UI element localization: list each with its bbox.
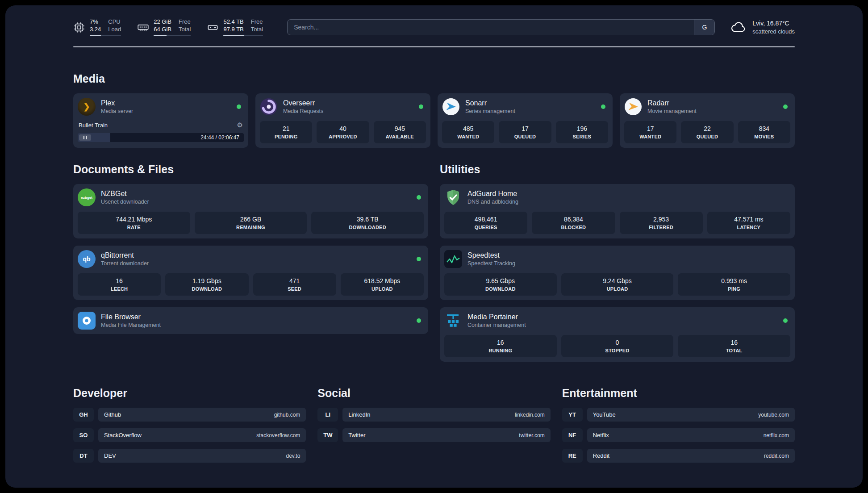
stat-tile: 47.571 msLATENCY — [707, 212, 790, 234]
stat-tile: 834MOVIES — [738, 121, 790, 143]
stat-value: 471 — [256, 277, 334, 284]
stat-value: 86,384 — [534, 216, 612, 223]
status-dot — [783, 318, 788, 323]
social-bookmarks: LILinkedInlinkedin.comTWTwittertwitter.c… — [317, 408, 550, 442]
entertainment-column: Entertainment YTYouTubeyoutube.comNFNetf… — [562, 387, 795, 463]
bookmark-link[interactable]: LinkedInlinkedin.com — [342, 408, 550, 422]
stat-label: TOTAL — [680, 348, 788, 353]
bookmark-url: stackoverflow.com — [256, 432, 300, 439]
bookmark-row[interactable]: RERedditreddit.com — [562, 449, 795, 463]
bookmark-row[interactable]: YTYouTubeyoutube.com — [562, 408, 795, 422]
service-link-filebrowser[interactable]: File Browser Media File Management — [78, 312, 424, 330]
bookmark-link[interactable]: Redditreddit.com — [587, 449, 795, 463]
stat-value: 39.6 TB — [314, 216, 421, 223]
ram-labels: Free Total — [179, 18, 191, 33]
playback-progress-bar[interactable]: 24:44 / 02:06:47 — [78, 133, 244, 142]
bookmark-name: DEV — [104, 452, 116, 459]
sonarr-stats: 485WANTED17QUEUED196SERIES — [442, 121, 608, 143]
ram-values: 22 GiB 64 GiB — [154, 18, 171, 33]
stat-value: 21 — [263, 125, 309, 132]
stat-label: FILTERED — [622, 225, 700, 230]
disk-progress-bar — [223, 35, 263, 36]
service-card-plex: ❯ Plex Media server Bullet Train ⚙ 24:44… — [73, 93, 248, 148]
search-engine-button[interactable]: G — [694, 20, 714, 35]
search-input[interactable] — [288, 20, 694, 35]
status-dot — [417, 318, 421, 323]
status-dot — [417, 257, 421, 261]
ram-progress-bar — [154, 35, 191, 36]
cpu-widget: 7% 3.24 CPU Load — [73, 18, 121, 37]
status-dot — [417, 195, 421, 200]
service-link-speedtest[interactable]: Speedtest Speedtest Tracking — [444, 250, 790, 268]
section-title-developer: Developer — [73, 387, 306, 400]
bookmark-abbr: LI — [317, 408, 338, 422]
bookmark-name: YouTube — [593, 411, 616, 418]
entertainment-bookmarks: YTYouTubeyoutube.comNFNetflixnetflix.com… — [562, 408, 795, 463]
bookmark-url: dev.to — [286, 453, 300, 459]
service-link-sonarr[interactable]: Sonarr Series management — [442, 98, 608, 116]
service-link-plex[interactable]: ❯ Plex Media server — [78, 98, 244, 116]
service-subtitle: Media File Management — [101, 322, 411, 328]
service-link-portainer[interactable]: Media Portainer Container management — [444, 312, 790, 330]
stat-tile: 2,953FILTERED — [620, 212, 703, 234]
stat-tile: 9.65 GbpsDOWNLOAD — [444, 273, 557, 296]
service-name: Sonarr — [465, 99, 596, 107]
bookmark-row[interactable]: NFNetflixnetflix.com — [562, 428, 795, 442]
stat-value: 16 — [447, 339, 554, 346]
bookmark-link[interactable]: YouTubeyoutube.com — [587, 408, 795, 422]
service-link-overseerr[interactable]: Overseerr Media Requests — [260, 98, 426, 116]
service-link-adguard[interactable]: AdGuard Home DNS and adblocking — [444, 188, 790, 206]
stat-value: 618.52 Mbps — [343, 277, 421, 284]
overseerr-stats: 21PENDING40APPROVED945AVAILABLE — [260, 121, 426, 143]
bookmark-row[interactable]: SOStackOverflowstackoverflow.com — [73, 428, 306, 442]
bookmark-link[interactable]: Netflixnetflix.com — [587, 428, 795, 442]
stat-tile: 22QUEUED — [681, 121, 733, 143]
bookmark-link[interactable]: StackOverflowstackoverflow.com — [98, 428, 306, 442]
bookmark-row[interactable]: DTDEVdev.to — [73, 449, 306, 463]
stat-value: 16 — [680, 339, 788, 346]
service-name: qBittorrent — [101, 251, 411, 259]
service-card-filebrowser: File Browser Media File Management — [73, 307, 428, 334]
service-name: Overseerr — [283, 99, 413, 107]
radarr-icon — [624, 98, 642, 116]
service-link-qbittorrent[interactable]: qb qBittorrent Torrent downloader — [78, 250, 424, 268]
stat-tile: 39.6 TBDOWNLOADED — [311, 212, 424, 234]
bookmark-link[interactable]: Githubgithub.com — [98, 408, 306, 422]
bookmark-name: Twitter — [348, 432, 365, 439]
bookmark-url: youtube.com — [758, 412, 789, 418]
service-subtitle: Usenet downloader — [101, 199, 411, 205]
status-dot — [783, 104, 788, 109]
stat-label: DOWNLOAD — [447, 286, 554, 292]
speedtest-icon — [444, 250, 462, 268]
stat-tile: 9.24 GbpsUPLOAD — [561, 273, 674, 296]
stat-tile: 16TOTAL — [678, 335, 790, 357]
bookmark-name: Reddit — [593, 452, 610, 459]
bookmark-abbr: SO — [73, 428, 94, 442]
stat-label: AVAILABLE — [376, 134, 423, 139]
bookmark-link[interactable]: Twittertwitter.com — [342, 428, 550, 442]
stat-label: QUEUED — [501, 134, 548, 139]
service-subtitle: Media server — [101, 108, 231, 114]
stat-label: DOWNLOADED — [314, 225, 421, 230]
plex-icon: ❯ — [78, 98, 96, 116]
bookmark-row[interactable]: LILinkedInlinkedin.com — [317, 408, 550, 422]
service-link-nzbget[interactable]: nzbget NZBGet Usenet downloader — [78, 188, 424, 206]
pause-button[interactable] — [79, 134, 91, 141]
cpu-icon — [73, 21, 85, 33]
stat-label: RATE — [80, 225, 188, 230]
social-column: Social LILinkedInlinkedin.comTWTwittertw… — [317, 387, 550, 463]
stat-value: 1.19 Gbps — [168, 277, 246, 284]
cloud-icon — [730, 21, 747, 34]
bookmark-row[interactable]: TWTwittertwitter.com — [317, 428, 550, 442]
service-card-adguard: AdGuard Home DNS and adblocking 498,461Q… — [440, 184, 795, 238]
stat-tile: 21PENDING — [260, 121, 312, 143]
status-dot — [237, 104, 241, 109]
stat-value: 498,461 — [447, 216, 525, 223]
stat-label: LATENCY — [710, 225, 788, 230]
bookmark-link[interactable]: DEVdev.to — [98, 449, 306, 463]
bookmark-row[interactable]: GHGithubgithub.com — [73, 408, 306, 422]
gear-icon[interactable]: ⚙ — [237, 121, 243, 129]
service-card-portainer: Media Portainer Container management 16R… — [440, 307, 795, 362]
service-link-radarr[interactable]: Radarr Movie management — [624, 98, 790, 116]
bookmark-abbr: NF — [562, 428, 583, 442]
